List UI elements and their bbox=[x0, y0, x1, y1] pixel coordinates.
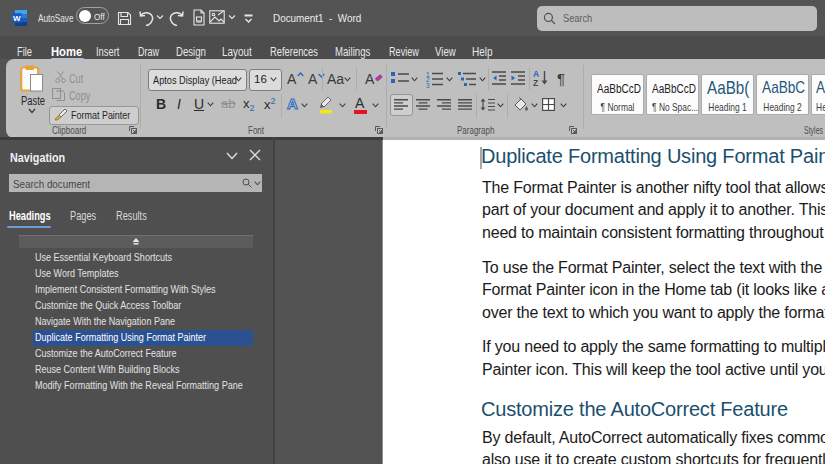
svg-text:3: 3 bbox=[426, 82, 430, 89]
svg-text:W: W bbox=[13, 14, 21, 23]
svg-text:Z: Z bbox=[533, 78, 538, 87]
